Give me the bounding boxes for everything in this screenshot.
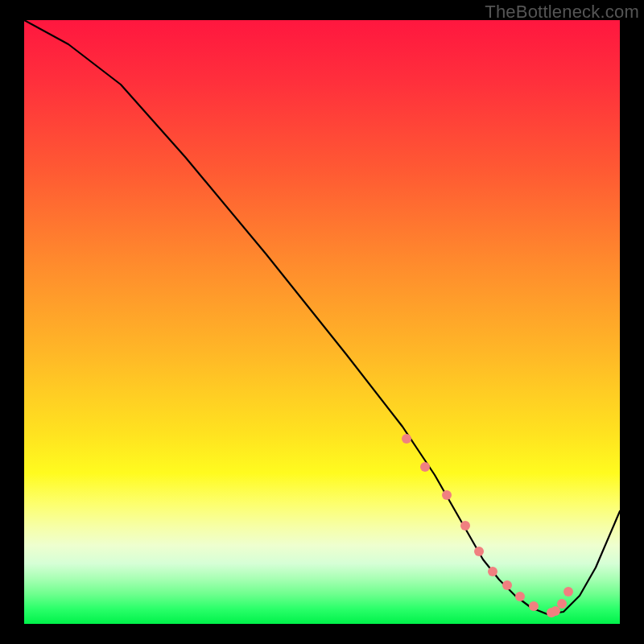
watermark-text: TheBottleneck.com xyxy=(485,2,639,23)
marker-dot xyxy=(557,599,567,609)
marker-dot xyxy=(460,521,470,530)
marker-dot xyxy=(551,606,560,616)
marker-dot xyxy=(442,490,452,500)
marker-dot xyxy=(474,547,484,556)
chart-frame: TheBottleneck.com xyxy=(0,0,644,644)
curve-line xyxy=(24,20,620,614)
marker-dots xyxy=(402,434,573,617)
marker-dot xyxy=(515,592,525,601)
marker-dot xyxy=(488,567,497,576)
marker-dot xyxy=(420,462,430,472)
marker-dot xyxy=(564,587,573,597)
marker-dot xyxy=(547,608,556,617)
marker-dot xyxy=(402,434,411,444)
marker-dot xyxy=(529,601,539,611)
marker-dot xyxy=(502,580,512,590)
plot-area xyxy=(24,20,620,624)
chart-svg xyxy=(24,20,620,624)
